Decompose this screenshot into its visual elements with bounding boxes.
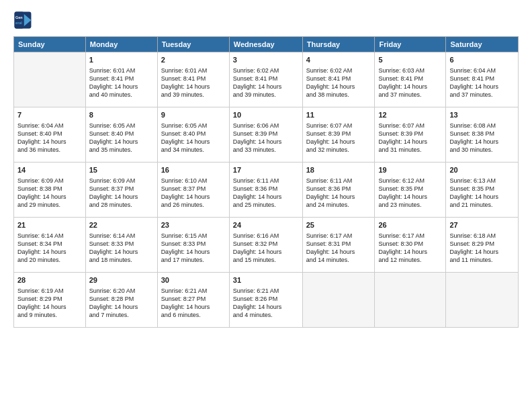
day-cell: 17Sunrise: 6:11 AMSunset: 8:36 PMDayligh… bbox=[229, 163, 302, 218]
day-number: 12 bbox=[378, 110, 442, 120]
day-info: Sunrise: 6:09 AMSunset: 8:37 PMDaylight:… bbox=[89, 177, 154, 210]
calendar-table: SundayMondayTuesdayWednesdayThursdayFrid… bbox=[13, 36, 519, 328]
day-number: 7 bbox=[17, 110, 82, 120]
day-info: Sunrise: 6:04 AMSunset: 8:40 PMDaylight:… bbox=[17, 122, 82, 154]
header: Gen eral bbox=[13, 11, 519, 30]
day-number: 28 bbox=[17, 275, 82, 285]
day-info: Sunrise: 6:14 AMSunset: 8:34 PMDaylight:… bbox=[17, 232, 82, 265]
svg-rect-2 bbox=[15, 12, 24, 29]
day-info: Sunrise: 6:05 AMSunset: 8:40 PMDaylight:… bbox=[89, 122, 154, 154]
day-info: Sunrise: 6:03 AMSunset: 8:41 PMDaylight:… bbox=[378, 66, 442, 99]
day-cell: 31Sunrise: 6:21 AMSunset: 8:26 PMDayligh… bbox=[229, 273, 302, 328]
day-cell: 25Sunrise: 6:17 AMSunset: 8:31 PMDayligh… bbox=[302, 218, 375, 273]
header-friday: Friday bbox=[375, 37, 446, 52]
day-cell bbox=[446, 273, 519, 328]
day-number: 8 bbox=[89, 110, 154, 120]
day-cell: 21Sunrise: 6:14 AMSunset: 8:34 PMDayligh… bbox=[14, 218, 86, 273]
day-cell: 3Sunrise: 6:02 AMSunset: 8:41 PMDaylight… bbox=[229, 52, 302, 107]
day-info: Sunrise: 6:20 AMSunset: 8:28 PMDaylight:… bbox=[89, 287, 154, 320]
day-number: 15 bbox=[89, 165, 154, 175]
day-number: 11 bbox=[306, 110, 371, 120]
day-info: Sunrise: 6:12 AMSunset: 8:35 PMDaylight:… bbox=[378, 177, 442, 210]
day-cell: 30Sunrise: 6:21 AMSunset: 8:27 PMDayligh… bbox=[157, 273, 229, 328]
day-number: 3 bbox=[233, 55, 299, 65]
day-info: Sunrise: 6:07 AMSunset: 8:39 PMDaylight:… bbox=[378, 122, 442, 154]
day-info: Sunrise: 6:19 AMSunset: 8:29 PMDaylight:… bbox=[17, 287, 82, 320]
header-saturday: Saturday bbox=[446, 37, 519, 52]
day-cell: 26Sunrise: 6:17 AMSunset: 8:30 PMDayligh… bbox=[375, 218, 446, 273]
day-cell: 5Sunrise: 6:03 AMSunset: 8:41 PMDaylight… bbox=[375, 52, 446, 107]
day-cell: 11Sunrise: 6:07 AMSunset: 8:39 PMDayligh… bbox=[302, 107, 375, 163]
day-info: Sunrise: 6:06 AMSunset: 8:39 PMDaylight:… bbox=[233, 122, 299, 154]
day-info: Sunrise: 6:14 AMSunset: 8:33 PMDaylight:… bbox=[89, 232, 154, 265]
day-cell: 10Sunrise: 6:06 AMSunset: 8:39 PMDayligh… bbox=[229, 107, 302, 163]
day-number: 5 bbox=[378, 55, 442, 65]
header-wednesday: Wednesday bbox=[229, 37, 302, 52]
day-cell: 27Sunrise: 6:18 AMSunset: 8:29 PMDayligh… bbox=[446, 218, 519, 273]
day-number: 25 bbox=[306, 220, 371, 230]
day-number: 6 bbox=[449, 55, 515, 65]
week-row-2: 14Sunrise: 6:09 AMSunset: 8:38 PMDayligh… bbox=[14, 163, 519, 218]
day-number: 30 bbox=[161, 275, 226, 285]
svg-text:eral: eral bbox=[15, 21, 22, 25]
day-number: 22 bbox=[89, 220, 154, 230]
day-info: Sunrise: 6:01 AMSunset: 8:41 PMDaylight:… bbox=[89, 66, 154, 99]
header-monday: Monday bbox=[85, 37, 157, 52]
day-number: 13 bbox=[449, 110, 515, 120]
header-tuesday: Tuesday bbox=[157, 37, 229, 52]
day-cell: 22Sunrise: 6:14 AMSunset: 8:33 PMDayligh… bbox=[85, 218, 157, 273]
day-number: 20 bbox=[449, 165, 515, 175]
day-cell: 23Sunrise: 6:15 AMSunset: 8:33 PMDayligh… bbox=[157, 218, 229, 273]
day-cell: 16Sunrise: 6:10 AMSunset: 8:37 PMDayligh… bbox=[157, 163, 229, 218]
day-cell bbox=[14, 52, 86, 107]
day-number: 18 bbox=[306, 165, 371, 175]
day-number: 21 bbox=[17, 220, 82, 230]
day-cell: 1Sunrise: 6:01 AMSunset: 8:41 PMDaylight… bbox=[85, 52, 157, 107]
day-cell: 15Sunrise: 6:09 AMSunset: 8:37 PMDayligh… bbox=[85, 163, 157, 218]
day-cell: 13Sunrise: 6:08 AMSunset: 8:38 PMDayligh… bbox=[446, 107, 519, 163]
day-info: Sunrise: 6:08 AMSunset: 8:38 PMDaylight:… bbox=[449, 122, 515, 154]
day-number: 14 bbox=[17, 165, 82, 175]
logo-icon: Gen eral bbox=[13, 11, 32, 30]
day-cell: 24Sunrise: 6:16 AMSunset: 8:32 PMDayligh… bbox=[229, 218, 302, 273]
day-cell: 2Sunrise: 6:01 AMSunset: 8:41 PMDaylight… bbox=[157, 52, 229, 107]
day-number: 29 bbox=[89, 275, 154, 285]
day-cell: 14Sunrise: 6:09 AMSunset: 8:38 PMDayligh… bbox=[14, 163, 86, 218]
day-number: 26 bbox=[378, 220, 442, 230]
page: Gen eral SundayMondayTuesdayWednesdayThu… bbox=[0, 0, 532, 411]
day-number: 10 bbox=[233, 110, 299, 120]
day-info: Sunrise: 6:17 AMSunset: 8:30 PMDaylight:… bbox=[378, 232, 442, 265]
day-cell: 8Sunrise: 6:05 AMSunset: 8:40 PMDaylight… bbox=[85, 107, 157, 163]
day-number: 4 bbox=[306, 55, 371, 65]
logo: Gen eral bbox=[13, 11, 35, 30]
header-sunday: Sunday bbox=[14, 37, 86, 52]
day-number: 24 bbox=[233, 220, 299, 230]
day-info: Sunrise: 6:05 AMSunset: 8:40 PMDaylight:… bbox=[161, 122, 226, 154]
day-cell: 9Sunrise: 6:05 AMSunset: 8:40 PMDaylight… bbox=[157, 107, 229, 163]
day-info: Sunrise: 6:15 AMSunset: 8:33 PMDaylight:… bbox=[161, 232, 226, 265]
day-info: Sunrise: 6:10 AMSunset: 8:37 PMDaylight:… bbox=[161, 177, 226, 210]
day-info: Sunrise: 6:02 AMSunset: 8:41 PMDaylight:… bbox=[233, 66, 299, 99]
day-info: Sunrise: 6:17 AMSunset: 8:31 PMDaylight:… bbox=[306, 232, 371, 265]
header-thursday: Thursday bbox=[302, 37, 375, 52]
day-cell bbox=[302, 273, 375, 328]
day-cell: 12Sunrise: 6:07 AMSunset: 8:39 PMDayligh… bbox=[375, 107, 446, 163]
calendar-header-row: SundayMondayTuesdayWednesdayThursdayFrid… bbox=[14, 37, 519, 52]
day-cell: 28Sunrise: 6:19 AMSunset: 8:29 PMDayligh… bbox=[14, 273, 86, 328]
day-number: 19 bbox=[378, 165, 442, 175]
day-number: 31 bbox=[233, 275, 299, 285]
day-cell: 20Sunrise: 6:13 AMSunset: 8:35 PMDayligh… bbox=[446, 163, 519, 218]
day-cell: 6Sunrise: 6:04 AMSunset: 8:41 PMDaylight… bbox=[446, 52, 519, 107]
week-row-0: 1Sunrise: 6:01 AMSunset: 8:41 PMDaylight… bbox=[14, 52, 519, 107]
day-cell: 4Sunrise: 6:02 AMSunset: 8:41 PMDaylight… bbox=[302, 52, 375, 107]
day-cell: 29Sunrise: 6:20 AMSunset: 8:28 PMDayligh… bbox=[85, 273, 157, 328]
day-number: 23 bbox=[161, 220, 226, 230]
day-info: Sunrise: 6:04 AMSunset: 8:41 PMDaylight:… bbox=[449, 66, 515, 99]
day-info: Sunrise: 6:11 AMSunset: 8:36 PMDaylight:… bbox=[233, 177, 299, 210]
day-number: 1 bbox=[89, 55, 154, 65]
svg-text:Gen: Gen bbox=[15, 15, 23, 19]
day-info: Sunrise: 6:07 AMSunset: 8:39 PMDaylight:… bbox=[306, 122, 371, 154]
day-info: Sunrise: 6:16 AMSunset: 8:32 PMDaylight:… bbox=[233, 232, 299, 265]
day-number: 2 bbox=[161, 55, 226, 65]
week-row-3: 21Sunrise: 6:14 AMSunset: 8:34 PMDayligh… bbox=[14, 218, 519, 273]
